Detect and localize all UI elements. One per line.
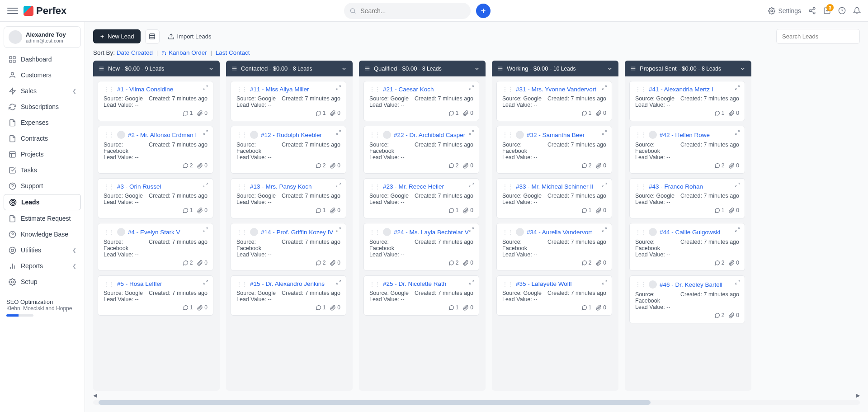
new-lead-button[interactable]: New Lead xyxy=(93,29,141,43)
card-drag-icon[interactable]: ⋮⋮ xyxy=(236,184,247,190)
column-body[interactable]: ⋮⋮ #1 - Vilma Considine Source: Google L… xyxy=(93,76,220,391)
column-body[interactable]: ⋮⋮ #31 - Mrs. Yvonne Vandervort Source: … xyxy=(492,76,618,391)
card-drag-icon[interactable]: ⋮⋮ xyxy=(369,86,380,93)
expand-icon[interactable] xyxy=(469,227,474,232)
lead-card[interactable]: ⋮⋮ #23 - Mr. Reece Heller Source: Google… xyxy=(363,178,479,218)
card-drag-icon[interactable]: ⋮⋮ xyxy=(369,229,380,235)
expand-icon[interactable] xyxy=(336,85,341,90)
lead-card[interactable]: ⋮⋮ #22 - Dr. Archibald Casper Source: Fa… xyxy=(363,126,479,174)
sidebar-item-expenses[interactable]: Expenses xyxy=(4,115,81,130)
card-drag-icon[interactable]: ⋮⋮ xyxy=(369,184,380,190)
lead-card[interactable]: ⋮⋮ #42 - Hellen Rowe Source: Facebook Le… xyxy=(629,126,745,174)
lead-title-link[interactable]: #23 - Mr. Reece Heller xyxy=(383,183,444,190)
column-header[interactable]: New - $0.00 - 9 Leads xyxy=(93,61,220,76)
lead-card[interactable]: ⋮⋮ #11 - Miss Aliya Miller Source: Googl… xyxy=(231,81,346,121)
lead-card[interactable]: ⋮⋮ #25 - Dr. Nicolette Rath Source: Goog… xyxy=(363,275,479,316)
sidebar-item-tasks[interactable]: Tasks xyxy=(4,162,81,178)
lead-card[interactable]: ⋮⋮ #34 - Aurelia Vandervort Source: Face… xyxy=(496,223,612,271)
card-drag-icon[interactable]: ⋮⋮ xyxy=(502,184,513,190)
card-drag-icon[interactable]: ⋮⋮ xyxy=(635,281,646,288)
lead-title-link[interactable]: #41 - Alexandria Mertz I xyxy=(649,86,713,93)
card-drag-icon[interactable]: ⋮⋮ xyxy=(635,184,646,190)
card-drag-icon[interactable]: ⋮⋮ xyxy=(502,132,513,138)
lead-card[interactable]: ⋮⋮ #1 - Vilma Considine Source: Google L… xyxy=(98,81,213,121)
lead-title-link[interactable]: #46 - Dr. Keeley Bartell xyxy=(660,281,722,288)
lead-card[interactable]: ⋮⋮ #33 - Mr. Micheal Schinner II Source:… xyxy=(496,178,612,218)
chevron-down-icon[interactable] xyxy=(341,66,347,72)
lead-title-link[interactable]: #11 - Miss Aliya Miller xyxy=(250,86,309,93)
card-drag-icon[interactable]: ⋮⋮ xyxy=(635,229,646,235)
sidebar-item-dashboard[interactable]: Dashboard xyxy=(4,52,81,67)
card-drag-icon[interactable]: ⋮⋮ xyxy=(104,132,114,138)
import-leads-button[interactable]: Import Leads xyxy=(164,30,215,43)
settings-link[interactable]: Settings xyxy=(768,7,801,14)
sidebar-item-leads[interactable]: Leads xyxy=(4,194,81,210)
lead-title-link[interactable]: #25 - Dr. Nicolette Rath xyxy=(383,280,446,287)
chevron-down-icon[interactable] xyxy=(607,66,613,72)
sidebar-item-subscriptions[interactable]: Subscriptions xyxy=(4,99,81,114)
sidebar-item-customers[interactable]: Customers xyxy=(4,67,81,83)
lead-title-link[interactable]: #3 - Orin Russel xyxy=(117,183,161,190)
lead-title-link[interactable]: #4 - Evelyn Stark V xyxy=(128,229,180,236)
expand-icon[interactable] xyxy=(203,227,208,232)
sidebar-item-reports[interactable]: Reports ❮ xyxy=(4,258,81,274)
expand-icon[interactable] xyxy=(602,227,607,232)
lead-card[interactable]: ⋮⋮ #13 - Mrs. Pansy Koch Source: Google … xyxy=(231,178,346,218)
sidebar-item-projects[interactable]: Projects xyxy=(4,147,81,162)
column-body[interactable]: ⋮⋮ #11 - Miss Aliya Miller Source: Googl… xyxy=(226,76,353,391)
lead-title-link[interactable]: #35 - Lafayette Wolff xyxy=(516,280,572,287)
user-card[interactable]: Alexandre Toy admin@test.com xyxy=(4,26,81,48)
app-logo[interactable]: Perfex xyxy=(24,5,66,17)
horizontal-scrollbar[interactable] xyxy=(93,400,860,405)
lead-title-link[interactable]: #14 - Prof. Griffin Kozey IV xyxy=(261,229,333,236)
share-button[interactable] xyxy=(808,7,816,14)
card-drag-icon[interactable]: ⋮⋮ xyxy=(635,86,646,93)
card-drag-icon[interactable]: ⋮⋮ xyxy=(104,184,114,190)
lead-title-link[interactable]: #15 - Dr. Alexandro Jenkins xyxy=(250,280,325,287)
expand-icon[interactable] xyxy=(336,130,341,135)
lead-card[interactable]: ⋮⋮ #5 - Rosa Leffler Source: Google Lead… xyxy=(98,275,213,316)
lead-card[interactable]: ⋮⋮ #21 - Caesar Koch Source: Google Lead… xyxy=(363,81,479,121)
sidebar-item-knowledge-base[interactable]: Knowledge Base xyxy=(4,227,81,242)
lead-title-link[interactable]: #12 - Rudolph Keebler xyxy=(261,132,322,138)
expand-icon[interactable] xyxy=(469,182,474,188)
chevron-down-icon[interactable] xyxy=(740,66,746,72)
card-drag-icon[interactable]: ⋮⋮ xyxy=(236,132,247,138)
chevron-down-icon[interactable] xyxy=(474,66,480,72)
lead-card[interactable]: ⋮⋮ #35 - Lafayette Wolff Source: Google … xyxy=(496,275,612,316)
column-header[interactable]: Qualified - $0.00 - 8 Leads xyxy=(359,61,486,76)
card-drag-icon[interactable]: ⋮⋮ xyxy=(502,281,513,287)
card-drag-icon[interactable]: ⋮⋮ xyxy=(104,86,114,93)
sort-kanban-order[interactable]: Kanban Order xyxy=(161,49,208,56)
card-drag-icon[interactable]: ⋮⋮ xyxy=(236,281,247,287)
expand-icon[interactable] xyxy=(602,279,607,285)
lead-card[interactable]: ⋮⋮ #46 - Dr. Keeley Bartell Source: Face… xyxy=(629,275,745,323)
lead-title-link[interactable]: #33 - Mr. Micheal Schinner II xyxy=(516,183,594,190)
sidebar-item-sales[interactable]: Sales ❮ xyxy=(4,83,81,99)
lead-title-link[interactable]: #31 - Mrs. Yvonne Vandervort xyxy=(516,86,596,93)
expand-icon[interactable] xyxy=(735,85,740,90)
expand-icon[interactable] xyxy=(203,85,208,90)
lead-title-link[interactable]: #44 - Callie Gulgowski xyxy=(660,229,720,236)
lead-card[interactable]: ⋮⋮ #15 - Dr. Alexandro Jenkins Source: G… xyxy=(231,275,346,316)
column-body[interactable]: ⋮⋮ #41 - Alexandria Mertz I Source: Goog… xyxy=(625,76,751,391)
sidebar-item-support[interactable]: Support xyxy=(4,178,81,194)
expand-icon[interactable] xyxy=(469,130,474,135)
notifications-button[interactable] xyxy=(853,7,861,14)
lead-card[interactable]: ⋮⋮ #44 - Callie Gulgowski Source: Facebo… xyxy=(629,223,745,271)
expand-icon[interactable] xyxy=(735,130,740,135)
card-drag-icon[interactable]: ⋮⋮ xyxy=(236,86,247,93)
expand-icon[interactable] xyxy=(602,85,607,90)
list-view-button[interactable] xyxy=(145,29,160,44)
sidebar-project[interactable]: SEO Optimization Kiehn, Mosciski and Hop… xyxy=(4,298,81,317)
timer-button[interactable] xyxy=(838,7,846,14)
card-drag-icon[interactable]: ⋮⋮ xyxy=(502,86,513,93)
lead-title-link[interactable]: #21 - Caesar Koch xyxy=(383,86,434,93)
lead-card[interactable]: ⋮⋮ #32 - Samantha Beer Source: Facebook … xyxy=(496,126,612,174)
sidebar-item-utilities[interactable]: Utilities ❮ xyxy=(4,242,81,258)
expand-icon[interactable] xyxy=(735,279,740,285)
lead-card[interactable]: ⋮⋮ #2 - Mr. Alfonso Erdman I Source: Fac… xyxy=(98,126,213,174)
expand-icon[interactable] xyxy=(336,182,341,188)
lead-title-link[interactable]: #32 - Samantha Beer xyxy=(527,132,585,138)
menu-toggle-icon[interactable] xyxy=(7,5,18,16)
